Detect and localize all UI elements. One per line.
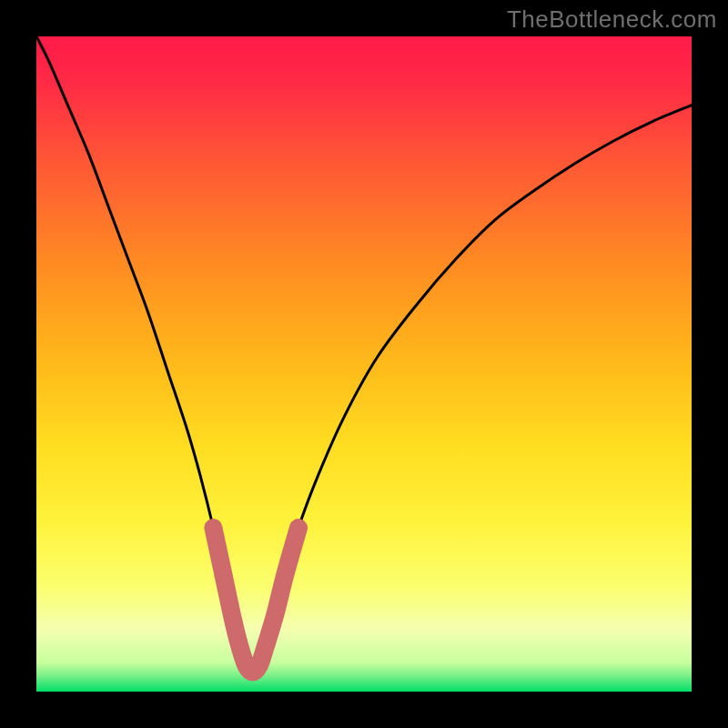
gradient-background [36, 36, 692, 692]
bottleneck-chart [36, 36, 692, 692]
watermark-text: TheBottleneck.com [507, 5, 717, 34]
chart-frame: TheBottleneck.com [0, 0, 728, 728]
